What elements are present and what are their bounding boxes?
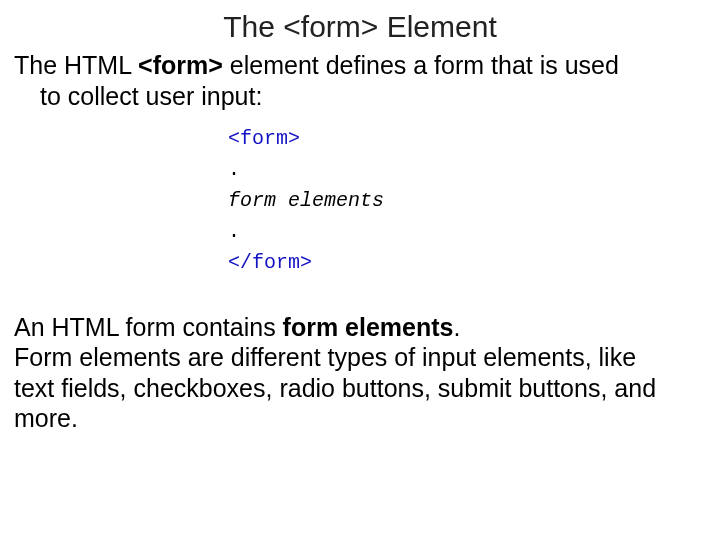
para2-line-1: An HTML form contains form elements. [14, 312, 706, 343]
code-close-tag: </form> [228, 247, 706, 278]
code-form-elements: form elements [228, 185, 706, 216]
paragraph-2: An HTML form contains form elements. For… [14, 312, 706, 434]
slide-title: The <form> Element [14, 10, 706, 44]
code-dot-2: . [228, 216, 706, 247]
para2-line-3: text fields, checkboxes, radio buttons, … [14, 373, 706, 404]
code-block: <form> . form elements . </form> [228, 123, 706, 278]
para2-line-4: more. [14, 403, 706, 434]
intro-paragraph: The HTML <form> element defines a form t… [14, 50, 706, 113]
intro-line-2: to collect user input: [14, 81, 706, 112]
intro-text-2: element defines a form that is used [223, 51, 619, 79]
para2-l1b: form elements [283, 313, 454, 341]
slide: The <form> Element The HTML <form> eleme… [0, 0, 720, 442]
code-dot-1: . [228, 154, 706, 185]
intro-text-1: The HTML [14, 51, 138, 79]
code-open-tag: <form> [228, 123, 706, 154]
para2-l1a: An HTML form contains [14, 313, 283, 341]
intro-bold-form: <form> [138, 51, 223, 79]
para2-line-2: Form elements are different types of inp… [14, 342, 706, 373]
para2-l1c: . [454, 313, 461, 341]
